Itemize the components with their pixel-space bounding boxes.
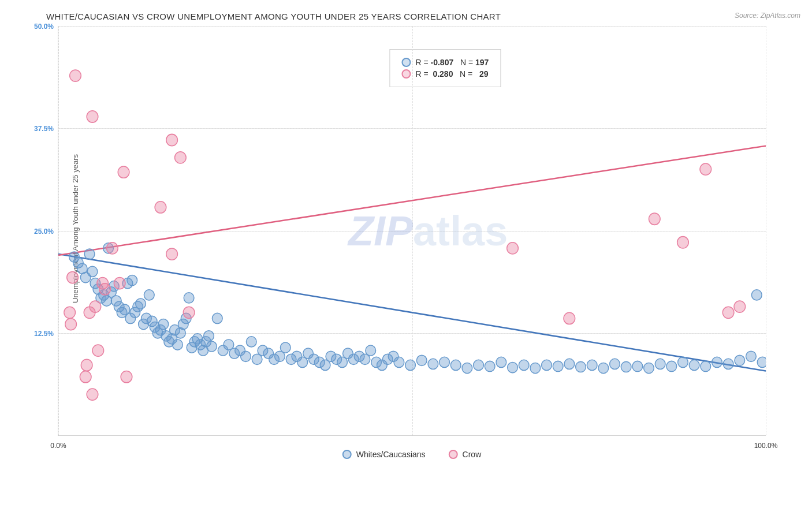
bottom-legend-blue: Whites/Caucasians — [342, 450, 426, 459]
svg-point-142 — [677, 237, 689, 248]
svg-point-129 — [155, 201, 166, 213]
svg-point-123 — [90, 301, 101, 312]
svg-point-110 — [701, 361, 711, 371]
svg-point-138 — [166, 248, 178, 260]
svg-point-99 — [576, 361, 586, 372]
svg-point-86 — [428, 359, 438, 369]
svg-line-0 — [58, 254, 766, 371]
svg-point-6 — [84, 249, 95, 259]
svg-point-112 — [723, 359, 733, 369]
svg-point-92 — [496, 357, 506, 367]
svg-point-127 — [114, 278, 125, 289]
svg-point-118 — [65, 318, 77, 330]
svg-point-85 — [416, 355, 427, 365]
svg-point-98 — [564, 359, 575, 369]
svg-point-28 — [144, 290, 154, 300]
y-tick-25: 25.0% — [34, 227, 54, 236]
svg-point-42 — [184, 293, 194, 303]
svg-line-1 — [58, 146, 766, 255]
svg-point-56 — [241, 351, 251, 361]
y-tick-125: 12.5% — [34, 330, 54, 338]
svg-point-63 — [280, 342, 290, 353]
svg-point-108 — [678, 357, 688, 367]
chart-area: Unemployment Among Youth under 25 years … — [58, 26, 766, 465]
svg-point-49 — [204, 331, 214, 341]
scatter-svg — [58, 26, 766, 435]
svg-point-131 — [175, 152, 187, 163]
svg-point-51 — [212, 313, 222, 323]
chart-title: WHITE/CAUCASIAN VS CROW UNEMPLOYMENT AMO… — [46, 12, 800, 21]
svg-point-95 — [530, 363, 541, 373]
y-tick-50: 50.0% — [34, 23, 54, 31]
svg-point-140 — [564, 312, 575, 324]
bottom-circle-pink — [449, 450, 458, 459]
svg-point-83 — [394, 357, 404, 367]
bottom-legend-pink: Crow — [449, 450, 482, 459]
svg-point-139 — [507, 242, 519, 254]
svg-point-94 — [519, 360, 529, 370]
svg-point-104 — [632, 361, 643, 371]
svg-point-109 — [689, 360, 699, 370]
svg-point-125 — [99, 283, 111, 295]
svg-point-111 — [712, 357, 722, 367]
svg-point-22 — [127, 275, 137, 285]
svg-point-135 — [87, 389, 98, 400]
svg-point-114 — [746, 351, 757, 361]
svg-point-121 — [87, 111, 98, 122]
svg-point-100 — [587, 360, 597, 370]
svg-point-130 — [166, 134, 178, 145]
svg-point-103 — [621, 361, 631, 372]
bottom-legend: Whites/Caucasians Crow — [342, 450, 482, 459]
svg-point-133 — [81, 359, 92, 371]
x-tick-0: 0.0% — [50, 442, 66, 450]
svg-point-38 — [173, 339, 183, 350]
svg-point-101 — [598, 363, 609, 373]
svg-point-128 — [118, 166, 129, 178]
svg-point-97 — [553, 361, 563, 371]
bottom-label-blue: Whites/Caucasians — [356, 450, 426, 459]
svg-point-33 — [158, 319, 169, 329]
svg-point-144 — [722, 307, 734, 318]
svg-point-105 — [644, 363, 654, 373]
svg-point-145 — [734, 301, 746, 312]
grid-v-100 — [766, 26, 766, 435]
svg-point-136 — [92, 345, 104, 356]
svg-point-117 — [64, 307, 76, 318]
svg-point-88 — [450, 360, 461, 370]
svg-point-137 — [121, 371, 132, 383]
svg-point-50 — [207, 341, 217, 352]
svg-point-132 — [183, 307, 195, 318]
chart-container: WHITE/CAUCASIAN VS CROW UNEMPLOYMENT AMO… — [0, 0, 812, 515]
plot-area: 50.0% 37.5% 25.0% 12.5% 0.0% 100.0% ZIPa… — [58, 26, 766, 436]
svg-point-102 — [610, 359, 620, 369]
svg-point-107 — [666, 361, 677, 371]
bottom-circle-blue — [342, 450, 352, 459]
svg-point-90 — [474, 360, 484, 370]
x-tick-100: 100.0% — [754, 442, 778, 450]
svg-point-115 — [751, 290, 762, 300]
svg-point-116 — [757, 357, 766, 367]
svg-point-87 — [439, 357, 450, 367]
bottom-label-pink: Crow — [463, 450, 482, 459]
svg-point-119 — [67, 271, 79, 283]
source-label: Source: ZipAtlas.com — [735, 12, 800, 20]
svg-point-25 — [136, 298, 146, 309]
svg-point-89 — [462, 363, 472, 373]
svg-point-96 — [542, 360, 552, 370]
svg-point-91 — [485, 361, 495, 371]
svg-point-120 — [70, 70, 81, 81]
svg-point-106 — [655, 359, 665, 369]
svg-point-57 — [246, 337, 256, 347]
svg-point-126 — [107, 242, 118, 254]
y-tick-375: 37.5% — [34, 125, 54, 133]
svg-point-78 — [366, 345, 376, 356]
svg-point-84 — [405, 360, 416, 370]
svg-point-141 — [649, 213, 660, 225]
svg-point-93 — [508, 362, 518, 372]
svg-point-113 — [735, 355, 745, 365]
svg-point-134 — [80, 371, 91, 383]
svg-point-7 — [87, 266, 98, 277]
svg-point-143 — [700, 163, 712, 175]
